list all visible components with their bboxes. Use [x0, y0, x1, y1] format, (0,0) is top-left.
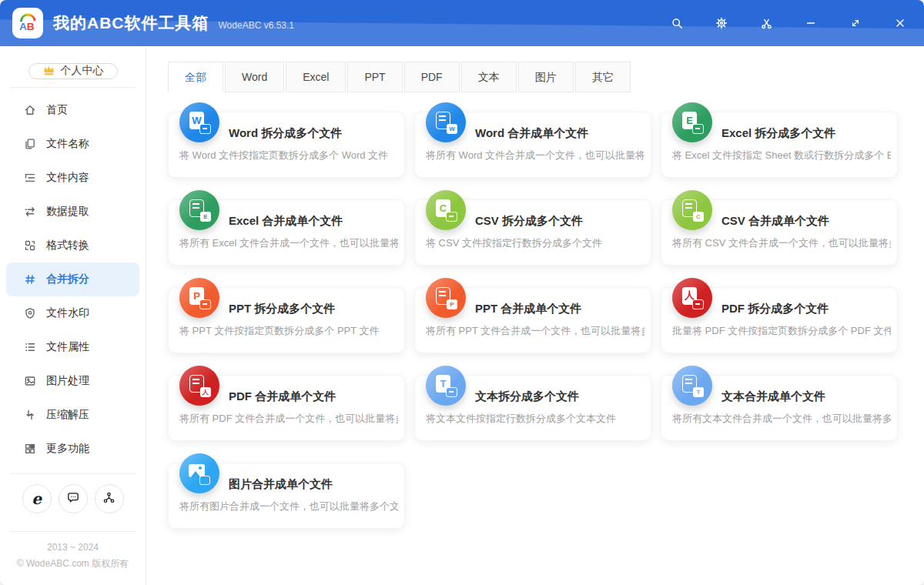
pdf-split-icon: 人	[672, 278, 712, 318]
card-title: 图片合并成单个文件	[229, 477, 333, 492]
chat-icon	[66, 490, 80, 507]
compress-icon	[23, 409, 36, 422]
card-word-merge[interactable]: W Word 合并成单个文件 将所有 Word 文件合并成一个文件，也可以批量将…	[414, 112, 651, 178]
ie-browser-button[interactable]: e	[22, 484, 52, 513]
sidebar-item-file-name[interactable]: 文件名称	[0, 127, 146, 161]
scissors-button[interactable]	[759, 16, 773, 30]
card-image-merge[interactable]: 图片合并成单个文件 将所有图片合并成一个文件，也可以批量将多个文件	[168, 463, 405, 529]
sidebar-item-file-props[interactable]: 文件属性	[0, 330, 146, 364]
tab-pdf[interactable]: PDF	[404, 62, 460, 92]
home-icon	[23, 104, 36, 117]
text-merge-icon: T	[672, 366, 712, 406]
sidebar-item-image-process[interactable]: 图片处理	[0, 364, 146, 398]
sidebar-item-format-convert[interactable]: 格式转换	[0, 229, 146, 262]
share-network-button[interactable]	[95, 484, 124, 513]
sidebar-item-more-features[interactable]: 更多功能	[0, 432, 146, 466]
sidebar-item-compress[interactable]: 压缩解压	[0, 398, 146, 432]
app-title: 我的ABC软件工具箱	[53, 12, 209, 34]
close-button[interactable]	[893, 16, 907, 30]
app-window: A B 我的ABC软件工具箱 WodeABC v6.53.1	[0, 0, 924, 585]
merge-split-icon	[23, 273, 36, 286]
sidebar-footer: 2013 ~ 2024 © WodeABC.com 版权所有	[0, 532, 146, 585]
app-version: WodeABC v6.53.1	[219, 20, 295, 31]
card-desc: 将所有 PPT 文件合并成一个文件，也可以批量将多	[426, 324, 644, 338]
card-title: CSV 拆分成多个文件	[475, 214, 583, 229]
image-merge-icon	[179, 453, 219, 493]
card-pdf-merge[interactable]: 人 PDF 合并成单个文件 将所有 PDF 文件合并成一个文件，也可以批量将多	[168, 375, 405, 441]
tab-other[interactable]: 其它	[575, 62, 631, 92]
format-convert-icon	[23, 239, 36, 252]
tab-word[interactable]: Word	[225, 62, 284, 92]
main-content: 全部 Word Excel PPT PDF 文本 图片 其它 W Word 拆分…	[146, 46, 924, 585]
sidebar-item-label: 更多功能	[46, 442, 89, 456]
card-desc: 将所有 CSV 文件合并成一个文件，也可以批量将多	[672, 236, 891, 250]
crown-icon	[42, 64, 55, 78]
card-ppt-merge[interactable]: P PPT 合并成单个文件 将所有 PPT 文件合并成一个文件，也可以批量将多	[414, 287, 651, 353]
sidebar-social-row: e	[0, 474, 146, 523]
csv-split-icon: C	[426, 190, 466, 230]
category-tabbar: 全部 Word Excel PPT PDF 文本 图片 其它	[168, 62, 924, 92]
file-content-icon	[23, 172, 36, 185]
sidebar-item-label: 压缩解压	[46, 408, 89, 422]
card-title: PPT 合并成单个文件	[475, 302, 581, 316]
tab-text[interactable]: 文本	[461, 62, 517, 92]
tab-excel[interactable]: Excel	[286, 62, 346, 92]
sidebar-item-label: 合并拆分	[46, 272, 89, 286]
card-desc: 将所有文本文件合并成一个文件，也可以批量将多	[672, 412, 891, 426]
ppt-split-icon: P	[179, 278, 219, 318]
sidebar-item-merge-split[interactable]: 合并拆分	[6, 262, 139, 296]
card-desc: 将 PPT 文件按指定页数拆分成多个 PPT 文件	[179, 324, 398, 338]
chat-button[interactable]	[59, 484, 88, 513]
card-title: Word 拆分成多个文件	[229, 126, 342, 141]
card-desc: 将所有图片合并成一个文件，也可以批量将多个文件	[179, 500, 398, 513]
ppt-merge-icon: P	[426, 278, 466, 318]
settings-gear-button[interactable]	[715, 16, 728, 30]
card-desc: 将所有 Word 文件合并成一个文件，也可以批量将多	[426, 149, 644, 162]
card-title: CSV 合并成单个文件	[721, 214, 829, 229]
tab-image[interactable]: 图片	[518, 62, 574, 92]
personal-center-button[interactable]: 个人中心	[28, 63, 118, 79]
card-csv-split[interactable]: C CSV 拆分成多个文件 将 CSV 文件按指定行数拆分成多个文件	[414, 199, 651, 266]
card-csv-merge[interactable]: C CSV 合并成单个文件 将所有 CSV 文件合并成一个文件，也可以批量将多	[661, 199, 898, 266]
word-merge-icon: W	[426, 102, 466, 142]
ie-browser-icon: e	[32, 491, 42, 506]
sidebar-item-label: 文件名称	[46, 137, 89, 151]
resize-button[interactable]	[849, 16, 862, 30]
sidebar-item-home[interactable]: 首页	[0, 93, 146, 127]
minimize-button[interactable]	[804, 16, 818, 30]
sidebar-item-watermark[interactable]: 文件水印	[0, 296, 146, 330]
card-title: PPT 拆分成多个文件	[229, 302, 335, 316]
card-title: PDF 拆分成多个文件	[721, 302, 829, 316]
search-button[interactable]	[670, 16, 684, 30]
watermark-icon	[23, 307, 36, 320]
titlebar-actions	[670, 16, 907, 30]
card-title: Excel 拆分成多个文件	[721, 126, 835, 141]
card-ppt-split[interactable]: P PPT 拆分成多个文件 将 PPT 文件按指定页数拆分成多个 PPT 文件	[168, 287, 405, 353]
sidebar-divider	[10, 87, 136, 88]
card-word-split[interactable]: W Word 拆分成多个文件 将 Word 文件按指定页数拆分成多个 Word …	[168, 112, 405, 178]
card-text-merge[interactable]: T 文本合并成单个文件 将所有文本文件合并成一个文件，也可以批量将多	[661, 375, 898, 441]
card-desc: 将 Excel 文件按指定 Sheet 数或行数拆分成多个 Exc	[672, 149, 891, 162]
card-pdf-split[interactable]: 人 PDF 拆分成多个文件 批量将 PDF 文件按指定页数拆分成多个 PDF 文…	[661, 287, 898, 353]
card-excel-split[interactable]: E Excel 拆分成多个文件 将 Excel 文件按指定 Sheet 数或行数…	[661, 112, 898, 178]
sidebar: 个人中心 首页	[0, 46, 146, 585]
card-desc: 将 Word 文件按指定页数拆分成多个 Word 文件	[179, 149, 398, 162]
share-network-icon	[102, 491, 116, 507]
svg-text:B: B	[27, 21, 35, 32]
card-excel-merge[interactable]: E Excel 合并成单个文件 将所有 Excel 文件合并成一个文件，也可以批…	[168, 199, 405, 266]
csv-merge-icon: C	[672, 190, 712, 230]
tool-card-grid: W Word 拆分成多个文件 将 Word 文件按指定页数拆分成多个 Word …	[168, 112, 924, 529]
tab-ppt[interactable]: PPT	[347, 62, 402, 92]
excel-merge-icon: E	[179, 190, 219, 230]
file-props-icon	[23, 341, 36, 354]
card-text-split[interactable]: T 文本拆分成多个文件 将文本文件按指定行数拆分成多个文本文件	[414, 375, 651, 441]
card-desc: 批量将 PDF 文件按指定页数拆分成多个 PDF 文件	[672, 324, 891, 338]
excel-split-icon: E	[672, 102, 712, 142]
sidebar-item-label: 图片处理	[46, 374, 89, 388]
more-features-icon	[23, 443, 36, 456]
card-title: Excel 合并成单个文件	[229, 214, 343, 229]
sidebar-item-data-extract[interactable]: 数据提取	[0, 195, 146, 229]
sidebar-item-file-content[interactable]: 文件内容	[0, 161, 146, 195]
tab-all[interactable]: 全部	[168, 62, 223, 92]
svg-text:A: A	[19, 21, 27, 32]
